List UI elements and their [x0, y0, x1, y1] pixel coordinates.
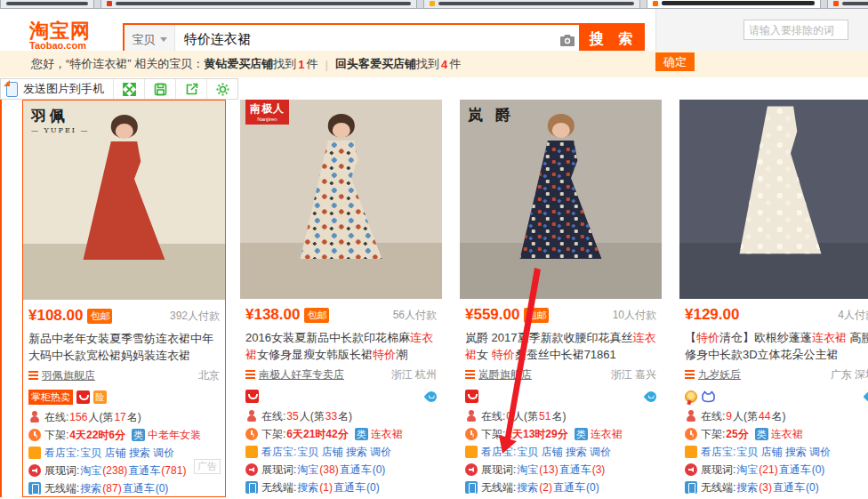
stat-link[interactable]: (0) [156, 482, 169, 495]
stat-row[interactable]: 下架:4天22时6分类中老年女装 [28, 426, 220, 444]
stat-link[interactable]: (0) [366, 481, 380, 494]
stat-link[interactable]: 搜索 [80, 481, 101, 496]
stat-row[interactable]: 展现词:淘宝(238) 直通车(781) [28, 462, 220, 479]
stat-link[interactable]: 淘宝 [297, 463, 318, 478]
title-text: 特价 [492, 348, 515, 361]
shop-name-link[interactable]: 南极人好享专卖店 [259, 367, 344, 382]
browser-tab-5[interactable] [827, 0, 868, 9]
stat-text: 33 [326, 410, 337, 423]
stat-row[interactable]: 无线端:搜索(2) 直通车(0) [465, 479, 656, 496]
stat-row[interactable]: 无线端:搜索(3) 直通车(0) [685, 479, 868, 496]
stat-link[interactable]: 宝贝 店铺 搜索 调价 [80, 446, 174, 461]
stat-row[interactable]: 展现词:淘宝(38) 直通车(0) [245, 461, 437, 479]
stat-row[interactable]: 看店宝:宝贝 店铺 搜索 调价 [685, 443, 868, 461]
stat-link[interactable]: 宝贝 店铺 搜索 调价 [736, 445, 831, 460]
stat-row[interactable]: 展现词:淘宝(13) 直通车(3) [465, 461, 656, 479]
shop-name-link[interactable]: 羽佩旗舰店 [42, 368, 95, 383]
stat-link[interactable]: (0) [812, 463, 825, 476]
share-icon[interactable] [176, 79, 206, 99]
brand-name: 岚 爵 [468, 105, 514, 125]
product-title-link[interactable]: 2016女装夏新品中长款印花棉麻连衣裙女修身显瘦女韩版长裙特价潮 [245, 329, 437, 363]
product-title-link[interactable]: 【特价清仓】欧根纱蓬蓬连衣裙 高腰修身中长款3D立体花朵公主裙 [685, 329, 868, 363]
stat-row[interactable]: 下架:25分类连衣裙 [685, 425, 868, 443]
stat-link[interactable]: 直通车 [773, 480, 805, 495]
product-image[interactable] [679, 100, 868, 299]
stat-link[interactable]: 看店宝: [701, 445, 735, 460]
stat-text: 44 [759, 410, 770, 423]
stat-text: 名) [338, 409, 352, 424]
stat-text: (1) [319, 481, 333, 494]
expand-icon[interactable] [114, 79, 144, 99]
logo-text: 淘宝网 [29, 20, 91, 40]
shop-name-link[interactable]: 九岁妖后 [698, 367, 741, 382]
stat-row[interactable]: 在线:35人(第33名) [245, 407, 437, 425]
stat-link[interactable]: 宝贝 店铺 搜索 调价 [517, 445, 611, 460]
stat-link[interactable]: 搜索 [736, 480, 758, 495]
shop-name-link[interactable]: 岚爵旗舰店 [478, 367, 532, 382]
stat-row[interactable]: 下架:2天13时29分类连衣裙 [465, 425, 656, 443]
exclude-input[interactable] [743, 20, 848, 40]
brand-overlay: 岚 爵 [468, 105, 514, 125]
stat-row[interactable]: 看店宝:宝贝 店铺 搜索 调价 [245, 443, 437, 461]
browser-tab-3[interactable] [423, 0, 640, 9]
stat-text: 名) [127, 410, 141, 425]
stat-link[interactable]: 直通车 [553, 480, 585, 495]
stat-link[interactable]: (0) [806, 481, 819, 494]
product-title-link[interactable]: 岚爵 2017夏季新款收腰印花真丝连衣裙女 特价桑蚕丝中长裙71861 [465, 329, 656, 363]
cropped-card-border [0, 100, 2, 497]
confirm-button[interactable]: 确定 [655, 52, 695, 71]
stat-row[interactable]: 看店宝:宝贝 店铺 搜索 调价 [465, 443, 656, 461]
stat-link[interactable]: 淘宝 [517, 463, 538, 478]
stat-row[interactable]: 下架:6天21时42分类连衣裙 [245, 425, 437, 443]
settings-icon[interactable] [207, 79, 237, 99]
stat-link[interactable]: (0) [373, 463, 386, 476]
stat-link[interactable]: 搜索 [517, 480, 538, 495]
free-shipping-badge: 包邮 [304, 308, 329, 323]
browser-tab-4[interactable] [647, 0, 821, 9]
stat-link[interactable]: 看店宝: [44, 446, 79, 461]
stat-link[interactable]: 直通车 [334, 480, 366, 495]
stat-link[interactable]: 淘宝 [80, 463, 101, 479]
stat-link[interactable]: 直通车 [340, 463, 372, 478]
stat-row[interactable]: 展现词:淘宝(21) 直通车(0) [685, 461, 868, 479]
stat-link[interactable]: 淘宝 [736, 463, 758, 478]
stat-link[interactable]: 直通车 [128, 463, 160, 479]
stat-text: 无线端: [261, 480, 296, 495]
clock-icon [685, 428, 697, 440]
stat-link[interactable]: 搜索 [297, 480, 318, 495]
stat-row[interactable]: 无线端:搜索(87) 直通车(0) [28, 479, 220, 497]
stat-row[interactable]: 看店宝:宝贝 店铺 搜索 调价 [28, 444, 220, 462]
stat-row[interactable]: 在线:0人(第51名) [465, 407, 656, 425]
stat-link[interactable]: 直通车 [123, 481, 155, 496]
class-badge: 类 [575, 428, 588, 440]
tab-favicon [430, 1, 435, 6]
product-card: 岚 爵¥559.00包邮10人付款岚爵 2017夏季新款收腰印花真丝连衣裙女 特… [460, 100, 662, 497]
browser-tab-1[interactable] [0, 0, 94, 9]
stat-row[interactable]: 在线:156人(第17名) [28, 408, 220, 426]
product-image[interactable]: 岚 爵 [460, 100, 662, 299]
stat-link[interactable]: 直通车 [559, 463, 591, 478]
image-search-camera-icon[interactable] [559, 33, 575, 47]
product-image[interactable]: 羽佩— YUPEI — [23, 101, 225, 300]
product-price: ¥138.00 [245, 306, 300, 324]
stat-link[interactable]: (0) [586, 481, 599, 494]
person-icon [685, 410, 697, 423]
stat-link[interactable]: 看店宝: [261, 445, 296, 460]
stat-text: 4天22时6分 [69, 428, 125, 443]
send-to-phone-label[interactable]: 发送图片到手机 [18, 81, 113, 97]
stat-row[interactable]: 在线:9人(第44名) [685, 407, 868, 425]
product-image[interactable]: 南极人Nanjiren [240, 100, 442, 299]
badge-row [245, 389, 437, 404]
browser-tab-2[interactable] [100, 0, 417, 9]
shop-location: 北京 [198, 368, 220, 383]
stat-link[interactable]: 直通车 [779, 463, 811, 478]
brand-name-en: — YUPEI — [31, 126, 90, 134]
stat-link[interactable]: 宝贝 店铺 搜索 调价 [297, 445, 391, 460]
product-title-link[interactable]: 新品中老年女装夏季雪纺连衣裙中年大码中长款宽松裙妈妈装连衣裙 [28, 330, 220, 364]
save-icon[interactable] [145, 79, 175, 99]
stat-row[interactable]: 无线端:搜索(1) 直通车(0) [245, 479, 437, 496]
taobao-logo[interactable]: 淘宝网 Taobao.com [29, 20, 91, 51]
stat-link[interactable]: 看店宝: [481, 445, 516, 460]
horn-icon [685, 463, 697, 476]
title-text: 特价 [373, 348, 396, 361]
